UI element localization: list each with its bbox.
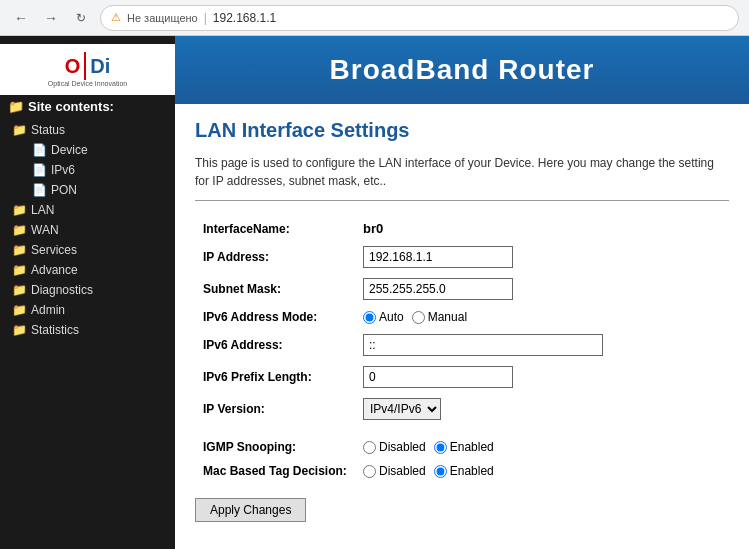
sidebar-item-pon[interactable]: 📄 PON bbox=[0, 180, 175, 200]
sidebar: O Di Optical Device Innovation 📁 Site co… bbox=[0, 36, 175, 549]
pon-page-icon: 📄 bbox=[32, 183, 47, 197]
refresh-button[interactable]: ↻ bbox=[70, 7, 92, 29]
ipv6-page-icon: 📄 bbox=[32, 163, 47, 177]
url-text: 192.168.1.1 bbox=[213, 11, 276, 25]
ipv6-address-input[interactable] bbox=[363, 334, 603, 356]
interface-name-value: br0 bbox=[363, 221, 383, 236]
main-area: BroadBand Router LAN Interface Settings … bbox=[175, 36, 749, 549]
logo-o: O bbox=[65, 56, 81, 76]
subnet-mask-label: Subnet Mask: bbox=[195, 273, 355, 305]
igmp-enabled-label[interactable]: Enabled bbox=[434, 440, 494, 454]
sidebar-item-admin[interactable]: 📁 Admin bbox=[0, 300, 175, 320]
warning-icon: ⚠ bbox=[111, 11, 121, 24]
interface-name-row: InterfaceName: br0 bbox=[195, 216, 729, 241]
mac-enabled-radio[interactable] bbox=[434, 465, 447, 478]
ipv6-manual-label[interactable]: Manual bbox=[412, 310, 467, 324]
statistics-folder-icon: 📁 bbox=[12, 323, 27, 337]
site-contents-folder-icon: 📁 bbox=[8, 99, 24, 114]
diagnostics-folder-icon: 📁 bbox=[12, 283, 27, 297]
logo-di: Di bbox=[90, 56, 110, 76]
services-folder-icon: 📁 bbox=[12, 243, 27, 257]
subnet-mask-row: Subnet Mask: bbox=[195, 273, 729, 305]
logo-sub: Optical Device Innovation bbox=[48, 80, 127, 87]
subnet-mask-input[interactable] bbox=[363, 278, 513, 300]
url-warning: Не защищено bbox=[127, 12, 198, 24]
ip-version-row: IP Version: IPv4/IPv6 IPv4 IPv6 bbox=[195, 393, 729, 425]
sidebar-item-lan[interactable]: 📁 LAN bbox=[0, 200, 175, 220]
ipv6-address-label: IPv6 Address: bbox=[195, 329, 355, 361]
sidebar-item-status[interactable]: 📁 Status bbox=[0, 120, 175, 140]
page-description: This page is used to configure the LAN i… bbox=[195, 154, 729, 190]
sidebar-item-advance[interactable]: 📁 Advance bbox=[0, 260, 175, 280]
logo-area: O Di Optical Device Innovation bbox=[0, 44, 175, 95]
sidebar-item-services[interactable]: 📁 Services bbox=[0, 240, 175, 260]
form-table: InterfaceName: br0 IP Address: Subnet Ma… bbox=[195, 216, 729, 483]
header-title: BroadBand Router bbox=[330, 54, 595, 85]
apply-changes-button[interactable]: Apply Changes bbox=[195, 498, 306, 522]
igmp-row: IGMP Snooping: Disabled Enabled bbox=[195, 435, 729, 459]
ipv6-prefix-input[interactable] bbox=[363, 366, 513, 388]
lan-folder-icon: 📁 bbox=[12, 203, 27, 217]
ipv6-mode-row: IPv6 Address Mode: Auto Manual bbox=[195, 305, 729, 329]
spacer-row bbox=[195, 425, 729, 435]
sidebar-item-device[interactable]: 📄 Device bbox=[0, 140, 175, 160]
ipv6-manual-radio[interactable] bbox=[412, 311, 425, 324]
mac-enabled-text: Enabled bbox=[450, 464, 494, 478]
ip-version-select[interactable]: IPv4/IPv6 IPv4 IPv6 bbox=[363, 398, 441, 420]
igmp-enabled-text: Enabled bbox=[450, 440, 494, 454]
admin-folder-icon: 📁 bbox=[12, 303, 27, 317]
ipv6-auto-text: Auto bbox=[379, 310, 404, 324]
url-separator: | bbox=[204, 11, 207, 25]
igmp-disabled-label[interactable]: Disabled bbox=[363, 440, 426, 454]
address-bar[interactable]: ⚠ Не защищено | 192.168.1.1 bbox=[100, 5, 739, 31]
igmp-enabled-radio[interactable] bbox=[434, 441, 447, 454]
ipv6-auto-radio[interactable] bbox=[363, 311, 376, 324]
ipv6-prefix-row: IPv6 Prefix Length: bbox=[195, 361, 729, 393]
sidebar-title: 📁 Site contents: bbox=[0, 95, 175, 120]
ipv6-mode-label: IPv6 Address Mode: bbox=[195, 305, 355, 329]
sidebar-item-ipv6[interactable]: 📄 IPv6 bbox=[0, 160, 175, 180]
igmp-disabled-text: Disabled bbox=[379, 440, 426, 454]
ip-address-input[interactable] bbox=[363, 246, 513, 268]
mac-enabled-label[interactable]: Enabled bbox=[434, 464, 494, 478]
page-title: LAN Interface Settings bbox=[195, 119, 729, 142]
content-area: LAN Interface Settings This page is used… bbox=[175, 104, 749, 549]
ipv6-auto-label[interactable]: Auto bbox=[363, 310, 404, 324]
igmp-disabled-radio[interactable] bbox=[363, 441, 376, 454]
ipv6-mode-group: Auto Manual bbox=[363, 310, 721, 324]
igmp-group: Disabled Enabled bbox=[363, 440, 721, 454]
wan-folder-icon: 📁 bbox=[12, 223, 27, 237]
mac-disabled-label[interactable]: Disabled bbox=[363, 464, 426, 478]
ipv6-prefix-label: IPv6 Prefix Length: bbox=[195, 361, 355, 393]
forward-button[interactable]: → bbox=[40, 7, 62, 29]
igmp-label: IGMP Snooping: bbox=[195, 435, 355, 459]
mac-label: Mac Based Tag Decision: bbox=[195, 459, 355, 483]
divider bbox=[195, 200, 729, 201]
logo-divider bbox=[84, 52, 86, 80]
interface-name-label: InterfaceName: bbox=[195, 216, 355, 241]
mac-row: Mac Based Tag Decision: Disabled Enabled bbox=[195, 459, 729, 483]
device-page-icon: 📄 bbox=[32, 143, 47, 157]
mac-disabled-radio[interactable] bbox=[363, 465, 376, 478]
ipv6-address-row: IPv6 Address: bbox=[195, 329, 729, 361]
status-folder-icon: 📁 bbox=[12, 123, 27, 137]
advance-folder-icon: 📁 bbox=[12, 263, 27, 277]
ip-version-label: IP Version: bbox=[195, 393, 355, 425]
mac-group: Disabled Enabled bbox=[363, 464, 721, 478]
ipv6-manual-text: Manual bbox=[428, 310, 467, 324]
ip-address-label: IP Address: bbox=[195, 241, 355, 273]
browser-bar: ← → ↻ ⚠ Не защищено | 192.168.1.1 bbox=[0, 0, 749, 36]
sidebar-item-statistics[interactable]: 📁 Statistics bbox=[0, 320, 175, 340]
sidebar-item-wan[interactable]: 📁 WAN bbox=[0, 220, 175, 240]
sidebar-item-diagnostics[interactable]: 📁 Diagnostics bbox=[0, 280, 175, 300]
mac-disabled-text: Disabled bbox=[379, 464, 426, 478]
page-content: O Di Optical Device Innovation 📁 Site co… bbox=[0, 36, 749, 549]
ip-address-row: IP Address: bbox=[195, 241, 729, 273]
page-header: BroadBand Router bbox=[175, 36, 749, 104]
back-button[interactable]: ← bbox=[10, 7, 32, 29]
